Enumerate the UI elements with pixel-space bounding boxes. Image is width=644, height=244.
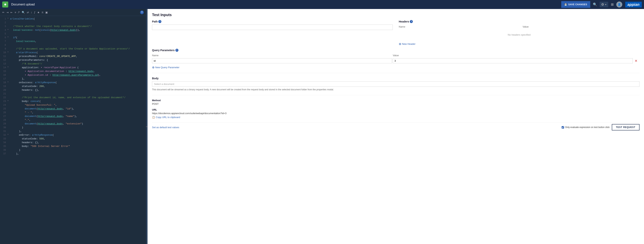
pi-icon[interactable]: π	[42, 11, 44, 14]
line-content: a!localVariables(	[10, 18, 145, 20]
line-number: 17	[1, 77, 6, 80]
line-number: 24	[1, 104, 6, 106]
test-request-button[interactable]: TEST REQUEST	[612, 124, 640, 130]
search-button[interactable]: 🔍	[592, 1, 598, 8]
line-content: document(http!request.body, "extension")	[10, 122, 145, 125]
main-layout: ✏ ⇥ ⇤ ≡ /* 🔍 ⇄ ↕ ƒ ★ π ▣ ? 1▼a!localVari…	[0, 9, 644, 244]
line-content: body: "500 Internal Server Error"	[10, 145, 145, 148]
path-input[interactable]	[152, 25, 393, 30]
app-logo	[2, 2, 8, 8]
search-code-icon[interactable]: 🔍	[22, 11, 25, 14]
save-changes-button[interactable]: 💾 SAVE CHANGES	[561, 1, 590, 8]
line-content: statusCode: 500,	[10, 137, 145, 140]
query-params-help-icon[interactable]: ?	[176, 49, 178, 52]
line-number: 22	[1, 96, 6, 99]
table-row: 8	[0, 44, 146, 47]
footer-right: Only evaluate expression on test button …	[562, 124, 640, 130]
add-header-button[interactable]: ⊕ New Header	[399, 42, 416, 46]
line-number: 33	[1, 137, 6, 140]
path-help-icon[interactable]: ?	[158, 20, 161, 23]
svg-point-0	[4, 4, 6, 6]
table-row: 30 )	[0, 126, 146, 130]
snippet-icon[interactable]: ▣	[45, 11, 48, 14]
edit-icon[interactable]: ✏	[2, 11, 4, 14]
sort-icon[interactable]: ↕	[31, 11, 32, 14]
line-content: /*A document*/	[10, 62, 145, 65]
set-default-button[interactable]: Set as default test values	[152, 126, 179, 129]
table-row: 9 /*If a document was uploaded, start th…	[0, 47, 146, 51]
gear-icon: ⚙	[601, 3, 604, 7]
copy-icon: 📋	[152, 116, 155, 119]
table-row: 31 ),	[0, 130, 146, 134]
table-row: 4▼ local!success: not(isnull(http!reques…	[0, 29, 146, 33]
table-row: 21	[0, 92, 146, 96]
avatar[interactable]: 👤	[616, 2, 622, 8]
table-row: 26 " - ",	[0, 111, 146, 115]
table-row: 19 statusCode: 200,	[0, 85, 146, 89]
remove-param-button[interactable]: ✕	[634, 59, 638, 63]
line-content: /*Print the document id, name, and exten…	[10, 96, 145, 99]
star-icon[interactable]: ★	[37, 11, 40, 14]
table-row: 32▼ onError: a!httpResponse(	[0, 134, 146, 137]
headers-help-icon[interactable]: ?	[410, 20, 413, 23]
query-params-label: Query Parameters ?	[152, 49, 640, 52]
save-icon: 💾	[564, 3, 567, 6]
line-content: "Upload Successful: ",	[10, 104, 145, 106]
table-row: 22 /*Print the document id, name, and ex…	[0, 96, 146, 100]
table-row: 24 "Upload Successful: ",	[0, 104, 146, 107]
method-value: POST	[152, 103, 640, 105]
line-content: ▪ Application.id : http!request.queryPar…	[10, 74, 145, 77]
headers-label: Headers ?	[399, 20, 640, 23]
method-section: Method POST	[152, 99, 640, 105]
line-number: 34	[1, 141, 6, 144]
line-number: 14	[1, 66, 6, 69]
comment-icon[interactable]: /*	[18, 11, 20, 14]
line-content: processModel: cons!CREATE_OR_UPDATE_APP,	[10, 55, 145, 58]
copy-url-button[interactable]: 📋 Copy URL to clipboard	[152, 116, 180, 119]
path-headers-row: Path ? Headers ? Name Value	[152, 20, 640, 46]
headers-value-col: Value	[523, 25, 640, 29]
line-number: 5	[1, 33, 6, 35]
line-number: 11	[1, 55, 6, 58]
params-name-col: Name	[152, 53, 393, 58]
param-value-input[interactable]	[393, 58, 633, 63]
url-section: URL https://docdemos.appiancloud.com/sui…	[152, 108, 640, 119]
eval-checkbox-label[interactable]: Only evaluate expression on test button …	[562, 126, 610, 129]
help-icon[interactable]: ?	[140, 11, 144, 14]
code-editor-content[interactable]: 1▼a!localVariables(2 3 /*Check whether t…	[0, 16, 146, 244]
eval-checkbox[interactable]	[562, 126, 564, 129]
line-number: 32	[1, 134, 6, 136]
add-query-param-button[interactable]: ⊕ New Query Parameter	[152, 66, 179, 69]
align-icon[interactable]: ≡	[14, 11, 16, 14]
line-content	[10, 44, 145, 47]
line-content: if(	[10, 36, 145, 39]
line-number: 30	[1, 126, 6, 129]
line-number: 35	[1, 145, 6, 148]
path-label: Path ?	[152, 20, 393, 23]
grid-button[interactable]: ⊞	[610, 1, 615, 8]
headers-name-col: Name	[399, 25, 523, 29]
line-number: 18	[1, 81, 6, 84]
top-navigation: Document upload 💾 SAVE CHANGES 🔍 ⚙ ▼ ⊞ 👤…	[0, 0, 644, 9]
panel-divider[interactable]	[146, 9, 148, 244]
table-row: 20 headers: {},	[0, 89, 146, 92]
headers-table: Name Value No headers specified	[399, 25, 640, 41]
line-content: document(http!request.body, "name"),	[10, 115, 145, 118]
line-number: 9	[1, 47, 6, 50]
test-inputs-panel: Test Inputs Path ? Headers ?	[148, 9, 644, 244]
line-arrow: ▼	[8, 66, 10, 68]
swap-icon[interactable]: ⇄	[27, 11, 29, 14]
line-content: headers: {},	[10, 141, 145, 144]
func-icon[interactable]: ƒ	[34, 11, 36, 14]
line-content: body: concat(	[10, 100, 145, 103]
outdent-icon[interactable]: ⇤	[10, 11, 13, 14]
line-content: ".",	[10, 119, 145, 121]
body-select[interactable]: Select a document	[152, 81, 640, 87]
body-label: Body	[152, 77, 640, 80]
param-name-input[interactable]	[152, 58, 392, 63]
indent-icon[interactable]: ⇥	[6, 11, 8, 14]
table-row: 2	[0, 21, 146, 25]
line-content: local!success,	[10, 40, 145, 43]
settings-button[interactable]: ⚙ ▼	[600, 2, 608, 7]
table-row: ✕	[152, 58, 640, 64]
